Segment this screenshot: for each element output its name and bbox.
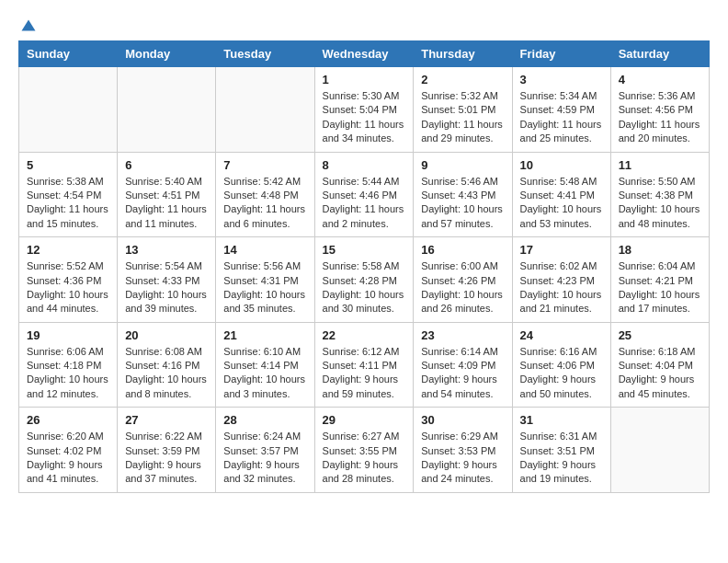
day-info: Sunrise: 5:52 AM Sunset: 4:36 PM Dayligh… xyxy=(27,259,109,316)
day-info: Sunrise: 5:44 AM Sunset: 4:46 PM Dayligh… xyxy=(323,175,406,232)
day-number: 15 xyxy=(323,243,406,257)
weekday-header: Saturday xyxy=(610,41,709,67)
day-info: Sunrise: 6:04 AM Sunset: 4:21 PM Dayligh… xyxy=(619,259,701,316)
day-number: 28 xyxy=(223,413,306,427)
day-info: Sunrise: 6:31 AM Sunset: 3:51 PM Dayligh… xyxy=(520,430,603,487)
day-number: 19 xyxy=(27,328,109,342)
day-info: Sunrise: 5:34 AM Sunset: 4:59 PM Dayligh… xyxy=(520,89,603,146)
day-number: 3 xyxy=(520,73,603,86)
day-number: 17 xyxy=(520,243,603,257)
calendar-cell xyxy=(19,67,118,153)
calendar-week-row: 12Sunrise: 5:52 AM Sunset: 4:36 PM Dayli… xyxy=(19,237,710,323)
day-info: Sunrise: 5:50 AM Sunset: 4:38 PM Dayligh… xyxy=(619,175,701,232)
day-number: 2 xyxy=(421,73,504,86)
calendar-cell: 3Sunrise: 5:34 AM Sunset: 4:59 PM Daylig… xyxy=(512,67,610,153)
calendar-week-row: 19Sunrise: 6:06 AM Sunset: 4:18 PM Dayli… xyxy=(19,322,710,408)
day-number: 27 xyxy=(125,413,208,427)
calendar-cell xyxy=(610,408,709,493)
day-info: Sunrise: 6:22 AM Sunset: 3:59 PM Dayligh… xyxy=(125,430,208,487)
day-number: 24 xyxy=(520,328,603,342)
weekday-header-row: SundayMondayTuesdayWednesdayThursdayFrid… xyxy=(19,41,710,67)
day-number: 6 xyxy=(125,158,208,172)
weekday-header: Wednesday xyxy=(314,41,414,67)
day-info: Sunrise: 5:46 AM Sunset: 4:43 PM Dayligh… xyxy=(421,175,504,232)
calendar-week-row: 26Sunrise: 6:20 AM Sunset: 4:02 PM Dayli… xyxy=(19,408,710,493)
calendar-cell: 17Sunrise: 6:02 AM Sunset: 4:23 PM Dayli… xyxy=(512,237,610,323)
logo-icon xyxy=(20,18,37,35)
calendar-cell: 6Sunrise: 5:40 AM Sunset: 4:51 PM Daylig… xyxy=(118,152,216,237)
day-info: Sunrise: 6:20 AM Sunset: 4:02 PM Dayligh… xyxy=(27,430,109,487)
calendar-cell: 2Sunrise: 5:32 AM Sunset: 5:01 PM Daylig… xyxy=(414,67,512,153)
calendar-cell: 23Sunrise: 6:14 AM Sunset: 4:09 PM Dayli… xyxy=(414,322,512,408)
calendar-cell: 7Sunrise: 5:42 AM Sunset: 4:48 PM Daylig… xyxy=(216,152,314,237)
day-number: 14 xyxy=(223,243,306,257)
calendar-cell: 10Sunrise: 5:48 AM Sunset: 4:41 PM Dayli… xyxy=(512,152,610,237)
day-info: Sunrise: 6:06 AM Sunset: 4:18 PM Dayligh… xyxy=(27,345,109,402)
calendar-cell: 18Sunrise: 6:04 AM Sunset: 4:21 PM Dayli… xyxy=(610,237,709,323)
day-info: Sunrise: 5:30 AM Sunset: 5:04 PM Dayligh… xyxy=(323,89,406,146)
logo xyxy=(18,18,37,31)
day-number: 30 xyxy=(421,413,504,427)
calendar-cell: 26Sunrise: 6:20 AM Sunset: 4:02 PM Dayli… xyxy=(19,408,118,493)
day-info: Sunrise: 6:16 AM Sunset: 4:06 PM Dayligh… xyxy=(520,345,603,402)
day-number: 16 xyxy=(421,243,504,257)
calendar-cell: 9Sunrise: 5:46 AM Sunset: 4:43 PM Daylig… xyxy=(414,152,512,237)
day-number: 22 xyxy=(323,328,406,342)
weekday-header: Thursday xyxy=(414,41,512,67)
day-number: 20 xyxy=(125,328,208,342)
day-info: Sunrise: 5:38 AM Sunset: 4:54 PM Dayligh… xyxy=(27,175,109,232)
calendar-cell: 1Sunrise: 5:30 AM Sunset: 5:04 PM Daylig… xyxy=(314,67,414,153)
day-info: Sunrise: 5:58 AM Sunset: 4:28 PM Dayligh… xyxy=(323,259,406,316)
day-info: Sunrise: 6:12 AM Sunset: 4:11 PM Dayligh… xyxy=(323,345,406,402)
day-info: Sunrise: 6:02 AM Sunset: 4:23 PM Dayligh… xyxy=(520,259,603,316)
calendar-week-row: 5Sunrise: 5:38 AM Sunset: 4:54 PM Daylig… xyxy=(19,152,710,237)
calendar-cell: 14Sunrise: 5:56 AM Sunset: 4:31 PM Dayli… xyxy=(216,237,314,323)
day-number: 18 xyxy=(619,243,701,257)
page-header xyxy=(18,18,710,31)
weekday-header: Sunday xyxy=(19,41,118,67)
calendar-cell: 8Sunrise: 5:44 AM Sunset: 4:46 PM Daylig… xyxy=(314,152,414,237)
day-info: Sunrise: 6:24 AM Sunset: 3:57 PM Dayligh… xyxy=(223,430,306,487)
day-number: 10 xyxy=(520,158,603,172)
calendar-cell: 15Sunrise: 5:58 AM Sunset: 4:28 PM Dayli… xyxy=(314,237,414,323)
calendar-cell: 28Sunrise: 6:24 AM Sunset: 3:57 PM Dayli… xyxy=(216,408,314,493)
calendar-cell: 21Sunrise: 6:10 AM Sunset: 4:14 PM Dayli… xyxy=(216,322,314,408)
day-info: Sunrise: 5:32 AM Sunset: 5:01 PM Dayligh… xyxy=(421,89,504,146)
calendar-table: SundayMondayTuesdayWednesdayThursdayFrid… xyxy=(18,40,710,493)
calendar-cell: 16Sunrise: 6:00 AM Sunset: 4:26 PM Dayli… xyxy=(414,237,512,323)
day-info: Sunrise: 5:40 AM Sunset: 4:51 PM Dayligh… xyxy=(125,175,208,232)
day-number: 12 xyxy=(27,243,109,257)
calendar-cell: 5Sunrise: 5:38 AM Sunset: 4:54 PM Daylig… xyxy=(19,152,118,237)
calendar-cell: 30Sunrise: 6:29 AM Sunset: 3:53 PM Dayli… xyxy=(414,408,512,493)
day-number: 1 xyxy=(323,73,406,86)
weekday-header: Tuesday xyxy=(216,41,314,67)
day-number: 7 xyxy=(223,158,306,172)
day-number: 11 xyxy=(619,158,701,172)
day-info: Sunrise: 6:00 AM Sunset: 4:26 PM Dayligh… xyxy=(421,259,504,316)
day-info: Sunrise: 5:54 AM Sunset: 4:33 PM Dayligh… xyxy=(125,259,208,316)
calendar-cell: 22Sunrise: 6:12 AM Sunset: 4:11 PM Dayli… xyxy=(314,322,414,408)
day-info: Sunrise: 6:29 AM Sunset: 3:53 PM Dayligh… xyxy=(421,430,504,487)
weekday-header: Monday xyxy=(118,41,216,67)
day-number: 31 xyxy=(520,413,603,427)
weekday-header: Friday xyxy=(512,41,610,67)
calendar-cell: 13Sunrise: 5:54 AM Sunset: 4:33 PM Dayli… xyxy=(118,237,216,323)
calendar-cell: 4Sunrise: 5:36 AM Sunset: 4:56 PM Daylig… xyxy=(610,67,709,153)
calendar-cell xyxy=(216,67,314,153)
calendar-cell: 24Sunrise: 6:16 AM Sunset: 4:06 PM Dayli… xyxy=(512,322,610,408)
day-number: 5 xyxy=(27,158,109,172)
day-number: 29 xyxy=(323,413,406,427)
day-number: 13 xyxy=(125,243,208,257)
day-info: Sunrise: 6:08 AM Sunset: 4:16 PM Dayligh… xyxy=(125,345,208,402)
day-number: 23 xyxy=(421,328,504,342)
day-info: Sunrise: 5:48 AM Sunset: 4:41 PM Dayligh… xyxy=(520,175,603,232)
calendar-cell: 27Sunrise: 6:22 AM Sunset: 3:59 PM Dayli… xyxy=(118,408,216,493)
calendar-cell: 31Sunrise: 6:31 AM Sunset: 3:51 PM Dayli… xyxy=(512,408,610,493)
day-number: 26 xyxy=(27,413,109,427)
day-info: Sunrise: 5:56 AM Sunset: 4:31 PM Dayligh… xyxy=(223,259,306,316)
calendar-cell: 19Sunrise: 6:06 AM Sunset: 4:18 PM Dayli… xyxy=(19,322,118,408)
day-number: 21 xyxy=(223,328,306,342)
svg-marker-0 xyxy=(22,20,36,31)
day-number: 8 xyxy=(323,158,406,172)
calendar-cell: 12Sunrise: 5:52 AM Sunset: 4:36 PM Dayli… xyxy=(19,237,118,323)
